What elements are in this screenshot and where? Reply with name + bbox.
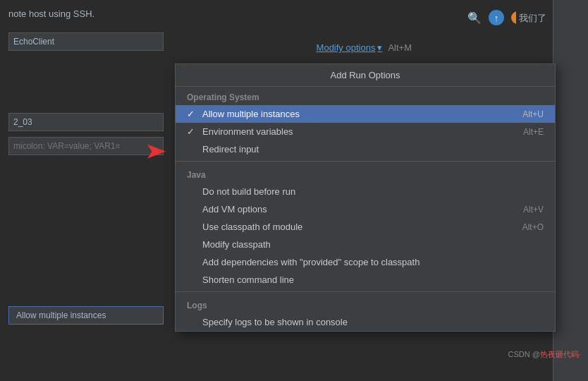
menu-item-specify-logs[interactable]: Specify logs to be shown in console bbox=[176, 313, 555, 331]
menu-item-label: Redirect input bbox=[202, 144, 259, 155]
menu-item-do-not-build[interactable]: Do not build before run bbox=[176, 183, 555, 200]
menu-item-label: Add VM options bbox=[202, 204, 267, 214]
modify-options-shortcut: Alt+M bbox=[388, 42, 412, 53]
right-panel bbox=[553, 0, 588, 381]
menu-item-use-classpath[interactable]: Use classpath of module Alt+O bbox=[176, 218, 555, 236]
left-description-text: note host using SSH. bbox=[8, 7, 166, 21]
menu-item-add-dependencies[interactable]: Add dependencies with "provided" scope t… bbox=[176, 253, 555, 271]
modify-options-bar: Modify options ▾ Alt+M bbox=[317, 42, 412, 53]
version-input[interactable] bbox=[8, 113, 164, 131]
menu-item-shorten-command[interactable]: Shorten command line bbox=[176, 271, 555, 289]
echo-client-input[interactable] bbox=[8, 32, 164, 51]
divider-1 bbox=[176, 161, 555, 162]
checkmark-env-vars: ✓ bbox=[187, 126, 198, 137]
modify-options-link[interactable]: Modify options ▾ bbox=[317, 42, 383, 53]
section-operating-system: Operating System bbox=[176, 87, 555, 105]
menu-item-label: Shorten command line bbox=[202, 274, 294, 285]
chevron-down-icon: ▾ bbox=[377, 42, 382, 53]
watermark: CSDN @热夜砸代码· bbox=[508, 349, 581, 360]
checkmark-allow-multiple: ✓ bbox=[187, 109, 198, 119]
menu-item-label: Allow multiple instances bbox=[202, 109, 300, 119]
menu-item-label: Use classpath of module bbox=[202, 222, 302, 232]
shortcut-alt-v: Alt+V bbox=[523, 205, 544, 214]
add-run-options-dropdown: Add Run Options Operating System ✓ Allow… bbox=[175, 64, 556, 332]
divider-2 bbox=[176, 291, 555, 292]
chinese-label: 我们了 bbox=[516, 11, 549, 26]
left-panel: note host using SSH. Allow multiple inst… bbox=[0, 0, 175, 381]
menu-item-environment-variables[interactable]: ✓ Environment variables Alt+E bbox=[176, 123, 555, 140]
search-icon[interactable]: 🔍 bbox=[467, 11, 482, 25]
menu-item-label: Add dependencies with "provided" scope t… bbox=[202, 257, 419, 267]
red-arrow-indicator: ➤ bbox=[145, 140, 165, 163]
upload-icon[interactable]: ↑ bbox=[489, 10, 504, 25]
env-vars-input[interactable] bbox=[8, 137, 164, 155]
shortcut-alt-e: Alt+E bbox=[523, 127, 544, 137]
watermark-text: CSDN @ bbox=[508, 350, 540, 358]
menu-item-redirect-input[interactable]: Redirect input bbox=[176, 140, 555, 158]
allow-multiple-instances-button[interactable]: Allow multiple instances bbox=[8, 306, 164, 325]
shortcut-alt-u: Alt+U bbox=[522, 109, 544, 119]
menu-item-label: Modify classpath bbox=[202, 239, 271, 250]
menu-item-label: Do not build before run bbox=[202, 186, 295, 197]
shortcut-alt-o: Alt+O bbox=[522, 222, 544, 232]
menu-item-label: Specify logs to be shown in console bbox=[202, 317, 348, 327]
menu-item-label: Environment variables bbox=[202, 126, 293, 137]
watermark-brand: 热夜砸代码· bbox=[540, 350, 581, 358]
modify-options-text: Modify options bbox=[317, 42, 376, 53]
section-java: Java bbox=[176, 164, 555, 183]
section-logs: Logs bbox=[176, 295, 555, 313]
menu-item-add-vm-options[interactable]: Add VM options Alt+V bbox=[176, 200, 555, 218]
menu-item-allow-multiple-instances[interactable]: ✓ Allow multiple instances Alt+U bbox=[176, 105, 555, 123]
menu-item-modify-classpath[interactable]: Modify classpath bbox=[176, 236, 555, 253]
dropdown-title: Add Run Options bbox=[176, 64, 555, 87]
